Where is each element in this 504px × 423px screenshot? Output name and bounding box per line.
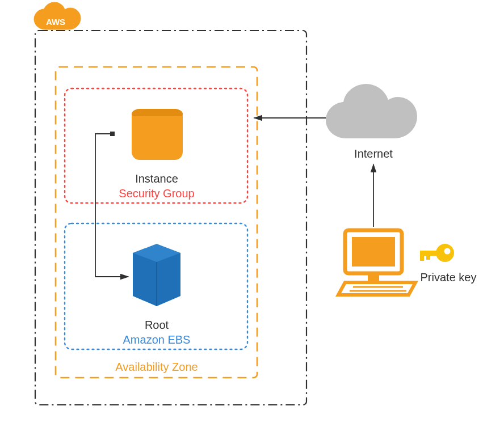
workstation-icon xyxy=(338,230,415,295)
svg-point-10 xyxy=(444,248,451,255)
svg-rect-11 xyxy=(420,251,438,256)
private-key-label: Private key xyxy=(421,271,477,284)
private-key-icon xyxy=(420,244,454,262)
instance-icon xyxy=(132,109,183,160)
arrow-instance-to-root xyxy=(95,134,128,277)
amazon-ebs-label: Amazon EBS xyxy=(123,333,191,346)
svg-rect-13 xyxy=(426,255,430,260)
root-label: Root xyxy=(145,319,169,331)
aws-cloud-icon: AWS xyxy=(34,2,81,29)
root-volume-icon xyxy=(133,244,180,306)
svg-rect-2 xyxy=(132,116,183,120)
svg-rect-12 xyxy=(420,255,424,261)
arrow-origin-dot xyxy=(110,132,115,136)
svg-rect-5 xyxy=(352,237,395,267)
availability-zone-label: Availability Zone xyxy=(115,361,198,373)
internet-label: Internet xyxy=(354,147,393,160)
aws-label: AWS xyxy=(46,17,65,27)
instance-label: Instance xyxy=(135,172,178,185)
internet-cloud-icon xyxy=(326,84,417,138)
security-group-label: Security Group xyxy=(119,187,194,200)
